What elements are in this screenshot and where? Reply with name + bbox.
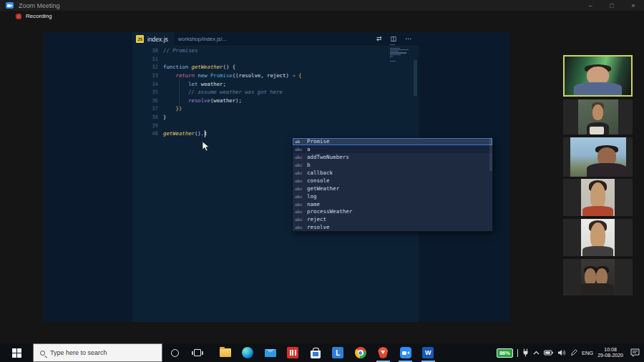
task-view-icon — [194, 349, 201, 356]
suggest-item-console[interactable]: abcconsole — [293, 177, 492, 185]
word-suggestion-icon: abc — [295, 155, 304, 160]
taskbar-app-edge[interactable] — [237, 343, 260, 362]
pen-workspace-icon[interactable] — [570, 349, 577, 356]
taskbar-app-word[interactable]: W — [417, 343, 440, 362]
suggest-item-label: name — [307, 201, 320, 207]
clock[interactable]: 10:08 29-08-2020 — [597, 347, 623, 359]
open-changes-icon[interactable]: ⇄ — [376, 36, 382, 42]
person-silhouette — [570, 137, 626, 177]
suggest-item-callback[interactable]: abccallback — [293, 169, 492, 177]
participant-thumbnail-4[interactable] — [563, 179, 633, 216]
participant-video — [581, 259, 615, 295]
taskbar-app-zoom[interactable] — [394, 343, 417, 362]
taskbar-app-redbars[interactable] — [282, 343, 305, 362]
cortana-button[interactable] — [162, 343, 187, 362]
token-pl: () { — [223, 64, 235, 70]
line-number: 30 — [132, 47, 158, 54]
system-tray: 86% ENG 10:08 29-08-2020 — [497, 343, 644, 362]
suggest-item-processWeather[interactable]: abcprocessWeather — [293, 208, 492, 216]
code-line: 36 resolve(weather); — [132, 97, 419, 105]
suggest-item-label: callback — [307, 170, 333, 176]
word-suggestion-icon: abc — [295, 178, 304, 183]
volume-icon[interactable] — [557, 349, 566, 356]
suggest-item-resolve[interactable]: abcresolve — [293, 223, 492, 231]
breadcrumb[interactable]: workshop/index.js/... — [178, 36, 227, 42]
hidden-icons-chevron[interactable] — [533, 351, 540, 356]
taskbar-app-brave[interactable] — [372, 343, 395, 362]
code-line: 35 // assume weather was got here — [132, 88, 419, 97]
usb-plug-icon[interactable] — [522, 348, 529, 357]
participant-thumbnail-5[interactable] — [563, 219, 633, 256]
participant-thumbnail-2[interactable] — [563, 99, 633, 134]
suggest-item-reject[interactable]: abcreject — [293, 215, 492, 223]
minimize-button[interactable]: – — [580, 0, 601, 11]
participant-thumbnail-1[interactable] — [563, 55, 633, 97]
participant-thumbnail-3[interactable] — [563, 137, 633, 177]
close-button[interactable]: × — [623, 0, 644, 11]
line-number: 37 — [132, 105, 158, 112]
token-cmt: // Promises — [163, 47, 197, 54]
vscode-editor-pane[interactable]: JS index.js workshop/index.js/... ⇄◫⋯ 30… — [132, 32, 419, 322]
tray-separator — [517, 349, 518, 357]
suggest-item-b[interactable]: abcb — [293, 161, 492, 169]
token-fn: getWeather — [163, 130, 195, 137]
minimap-line — [390, 61, 396, 62]
code-editor-surface[interactable]: 30// Promises3132function getWeather() {… — [132, 47, 419, 138]
code-line: 34 let weather; — [132, 79, 419, 88]
autocomplete-popup: abPromiseabcaabcaddTwoNumbersabcbabccall… — [292, 137, 493, 233]
taskbar-app-store[interactable] — [304, 343, 327, 362]
brave-icon — [378, 347, 388, 358]
line-number: 31 — [132, 56, 158, 62]
autocomplete-scrollbar[interactable] — [489, 138, 492, 171]
taskbar-app-explorer[interactable] — [214, 343, 237, 362]
minimap[interactable] — [390, 44, 414, 62]
suggest-item-a[interactable]: abca — [293, 145, 492, 153]
token-kw: new — [197, 72, 207, 79]
minimap-line — [390, 54, 401, 55]
language-indicator[interactable]: ENG — [582, 350, 593, 356]
person-silhouette — [565, 57, 631, 95]
token-pl — [163, 72, 176, 79]
participant-video — [565, 57, 631, 95]
suggest-item-name[interactable]: abcname — [293, 200, 492, 208]
person-silhouette — [581, 219, 615, 256]
split-editor-icon[interactable]: ◫ — [390, 36, 396, 42]
tab-index-js[interactable]: JS index.js — [132, 32, 174, 47]
taskbar-search[interactable]: Type here to search — [33, 343, 162, 362]
code-line: 32function getWeather() { — [132, 63, 419, 72]
suggest-item-label: reject — [307, 216, 326, 222]
task-view-button[interactable] — [187, 343, 208, 362]
start-button[interactable] — [0, 343, 33, 362]
zoom-app-icon — [6, 2, 14, 9]
suggest-item-label: getWeather — [307, 185, 339, 192]
battery-icon[interactable] — [544, 350, 553, 356]
torso — [582, 206, 613, 216]
participant-thumbnail-6[interactable] — [563, 259, 633, 295]
token-pl: ; — [223, 81, 226, 87]
person-silhouette — [581, 259, 615, 295]
battery-percent-badge[interactable]: 86% — [497, 348, 513, 358]
recording-label: Recording — [26, 13, 52, 19]
suggest-item-getWeather[interactable]: abcgetWeather — [293, 185, 492, 192]
editor-scrollbar[interactable] — [414, 60, 417, 96]
editor-tabbar: JS index.js workshop/index.js/... ⇄◫⋯ — [132, 32, 419, 47]
suggest-item-addTwoNumbers[interactable]: abcaddTwoNumbers — [293, 153, 492, 161]
word-suggestion-icon: abc — [295, 170, 304, 175]
suggest-item-Promise[interactable]: abPromise — [293, 138, 492, 146]
code-text: // assume weather was got here — [158, 89, 283, 95]
word-suggestion-icon: ab — [295, 139, 304, 144]
word-suggestion-icon: abc — [295, 225, 304, 230]
action-center-button[interactable] — [630, 348, 640, 357]
maximize-button[interactable]: □ — [601, 0, 623, 11]
participant-video — [578, 99, 618, 134]
taskbar-app-lapp[interactable]: L — [327, 343, 350, 362]
token-pl: (( — [233, 72, 239, 79]
redbars-icon — [287, 347, 298, 358]
participant-video — [570, 137, 626, 177]
more-actions-icon[interactable]: ⋯ — [405, 36, 411, 42]
taskbar-app-mail[interactable] — [259, 343, 282, 362]
text-caret — [205, 130, 205, 137]
taskbar-app-chrome[interactable] — [349, 343, 372, 362]
suggest-item-log[interactable]: abclog — [293, 192, 492, 200]
word-suggestion-icon: abc — [295, 162, 304, 167]
